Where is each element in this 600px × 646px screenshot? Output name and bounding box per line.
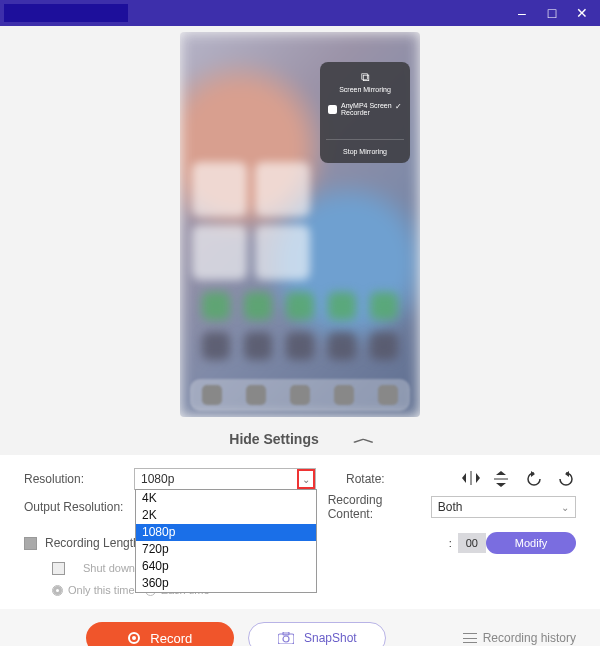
record-label: Record (150, 631, 192, 646)
close-button[interactable]: ✕ (574, 5, 590, 21)
minimize-button[interactable]: – (514, 5, 530, 21)
resolution-option[interactable]: 640p (136, 558, 316, 575)
recording-length-label: Recording Length (45, 536, 140, 550)
camera-icon (278, 632, 294, 644)
rotate-label: Rotate: (346, 472, 456, 486)
svg-point-3 (283, 636, 289, 642)
resolution-option[interactable]: 2K (136, 507, 316, 524)
resolution-label: Resolution: (24, 472, 134, 486)
recording-length-checkbox[interactable] (24, 537, 37, 550)
resolution-select[interactable]: 1080p ⌄ (134, 468, 316, 490)
snapshot-label: SnapShot (304, 631, 357, 645)
chevron-down-icon: ⌄ (561, 502, 569, 513)
time-segment[interactable]: 00 (458, 533, 486, 553)
device-preview: ⧉ Screen Mirroring AnyMP4 Screen Recorde… (180, 32, 420, 417)
resolution-option[interactable]: 720p (136, 541, 316, 558)
recording-history-label: Recording history (483, 631, 576, 645)
hide-settings-label: Hide Settings (229, 431, 318, 447)
mirror-title: Screen Mirroring (326, 86, 404, 93)
snapshot-button[interactable]: SnapShot (248, 622, 386, 646)
rotate-left-icon[interactable] (526, 471, 544, 487)
modify-button[interactable]: Modify (486, 532, 576, 554)
flip-vertical-icon[interactable] (494, 471, 512, 487)
mirror-device-item[interactable]: AnyMP4 Screen Recorder ✓ (326, 99, 404, 119)
recording-history-link[interactable]: Recording history (463, 631, 576, 645)
record-icon (128, 632, 140, 644)
time-separator: : (445, 537, 456, 549)
screen-mirroring-panel: ⧉ Screen Mirroring AnyMP4 Screen Recorde… (320, 62, 410, 163)
resolution-option[interactable]: 1080p (136, 524, 316, 541)
only-this-time-radio[interactable] (52, 585, 63, 596)
check-icon: ✓ (395, 102, 402, 111)
mirror-device-label: AnyMP4 Screen Recorder (341, 102, 402, 116)
bottom-bar: Record SnapShot Recording history (0, 609, 600, 646)
chevron-down-icon[interactable]: ⌄ (297, 469, 315, 489)
resolution-option[interactable]: 4K (136, 490, 316, 507)
rotate-right-icon[interactable] (558, 471, 576, 487)
flip-horizontal-icon[interactable] (462, 471, 480, 487)
resolution-value: 1080p (141, 472, 174, 486)
hide-settings-toggle[interactable]: Hide Settings ︿ (0, 423, 600, 455)
only-this-time-label: Only this time (68, 584, 135, 596)
app-logo (4, 4, 128, 22)
output-resolution-label: Output Resolution: (24, 500, 127, 514)
resolution-dropdown[interactable]: 4K 2K 1080p 720p 640p 360p (135, 489, 317, 593)
stop-mirroring-button[interactable]: Stop Mirroring (326, 139, 404, 155)
mirror-icon: ⧉ (326, 70, 404, 84)
shutdown-checkbox[interactable] (52, 562, 65, 575)
recording-content-select[interactable]: Both ⌄ (431, 496, 576, 518)
resolution-option[interactable]: 360p (136, 575, 316, 592)
recording-content-label: Recording Content: (328, 493, 431, 521)
titlebar: – □ ✕ (0, 0, 600, 26)
chevron-up-icon: ︿ (353, 430, 375, 448)
list-icon (463, 633, 477, 643)
preview-area: ⧉ Screen Mirroring AnyMP4 Screen Recorde… (0, 26, 600, 423)
recording-content-value: Both (438, 500, 463, 514)
maximize-button[interactable]: □ (544, 5, 560, 21)
settings-panel: Resolution: 1080p ⌄ Rotate: Output Resol… (0, 455, 600, 609)
record-button[interactable]: Record (86, 622, 234, 646)
